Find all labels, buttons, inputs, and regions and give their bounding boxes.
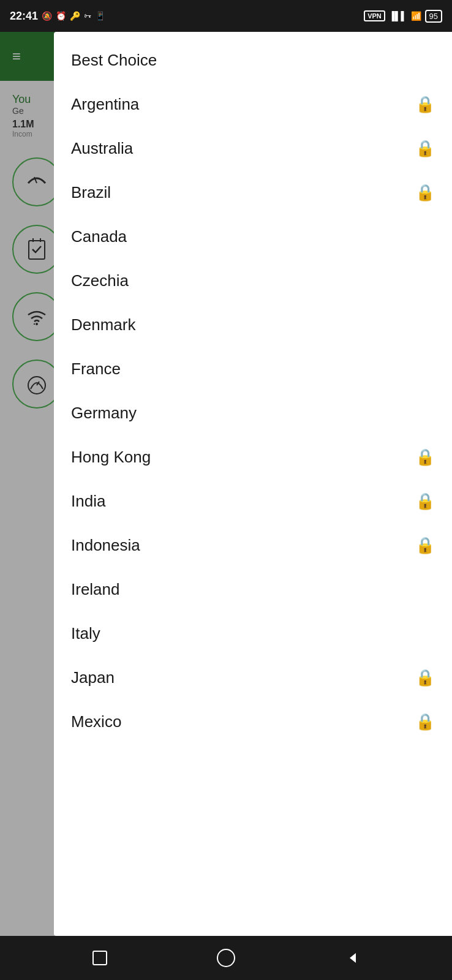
country-name: Germany xyxy=(71,404,137,423)
signal-icon: ▐▌▌ xyxy=(389,11,407,21)
status-right: VPN ▐▌▌ 📶 95 xyxy=(364,10,442,23)
country-item[interactable]: Indonesia🔒 xyxy=(54,523,452,567)
country-item[interactable]: Denmark xyxy=(54,303,452,347)
country-name: Ireland xyxy=(71,580,120,599)
country-item[interactable]: Japan🔒 xyxy=(54,655,452,699)
country-name: France xyxy=(71,360,121,379)
country-item[interactable]: Canada xyxy=(54,214,452,258)
lock-icon: 🔒 xyxy=(415,183,435,202)
square-icon xyxy=(92,951,107,965)
key2-icon: 🗝 xyxy=(84,12,91,20)
lock-icon: 🔒 xyxy=(415,448,435,467)
back-icon xyxy=(345,951,360,965)
wifi-icon: 📶 xyxy=(411,11,421,21)
country-item[interactable]: Hong Kong🔒 xyxy=(54,435,452,479)
phone-icon: 📱 xyxy=(95,11,105,21)
nav-home-button[interactable] xyxy=(214,946,238,970)
country-name: Australia xyxy=(71,139,133,158)
key-icon: 🔑 xyxy=(70,11,80,21)
country-name: Hong Kong xyxy=(71,448,151,467)
country-item[interactable]: Italy xyxy=(54,611,452,655)
home-icon xyxy=(217,949,235,967)
country-item[interactable]: Australia🔒 xyxy=(54,126,452,170)
country-name: Best Choice xyxy=(71,51,157,70)
nav-square-button[interactable] xyxy=(88,946,112,970)
battery-badge: 95 xyxy=(425,10,442,23)
alarm-icon: ⏰ xyxy=(56,11,66,21)
lock-icon: 🔒 xyxy=(415,668,435,687)
country-item[interactable]: Czechia xyxy=(54,258,452,303)
nav-back-button[interactable] xyxy=(340,946,364,970)
lock-icon: 🔒 xyxy=(415,139,435,158)
country-item[interactable]: India🔒 xyxy=(54,479,452,523)
country-name: Denmark xyxy=(71,315,135,334)
country-name: Brazil xyxy=(71,183,111,202)
country-item[interactable]: Best Choice xyxy=(54,38,452,82)
status-bar: 22:41 🔕 ⏰ 🔑 🗝 📱 VPN ▐▌▌ 📶 95 xyxy=(0,0,452,32)
country-item[interactable]: Mexico🔒 xyxy=(54,699,452,744)
country-name: Argentina xyxy=(71,95,139,114)
country-name: Italy xyxy=(71,624,100,643)
country-modal: Best ChoiceArgentina🔒Australia🔒Brazil🔒Ca… xyxy=(54,32,452,936)
country-item[interactable]: Germany xyxy=(54,391,452,435)
status-left: 22:41 🔕 ⏰ 🔑 🗝 📱 xyxy=(10,10,105,23)
lock-icon: 🔒 xyxy=(415,95,435,114)
country-item[interactable]: France xyxy=(54,347,452,391)
lock-icon: 🔒 xyxy=(415,712,435,731)
vpn-badge: VPN xyxy=(364,10,385,21)
country-name: Japan xyxy=(71,668,115,687)
country-name: Canada xyxy=(71,227,127,246)
status-time: 22:41 xyxy=(10,10,38,23)
country-name: Czechia xyxy=(71,271,129,290)
lock-icon: 🔒 xyxy=(415,492,435,511)
bottom-nav xyxy=(0,936,452,980)
country-name: Mexico xyxy=(71,712,121,731)
country-name: India xyxy=(71,492,105,511)
mute-icon: 🔕 xyxy=(42,11,52,21)
country-item[interactable]: Ireland xyxy=(54,567,452,611)
country-name: Indonesia xyxy=(71,536,140,555)
country-item[interactable]: Brazil🔒 xyxy=(54,170,452,214)
country-item[interactable]: Argentina🔒 xyxy=(54,82,452,126)
svg-marker-8 xyxy=(350,953,356,963)
lock-icon: 🔒 xyxy=(415,536,435,555)
country-list: Best ChoiceArgentina🔒Australia🔒Brazil🔒Ca… xyxy=(54,32,452,750)
